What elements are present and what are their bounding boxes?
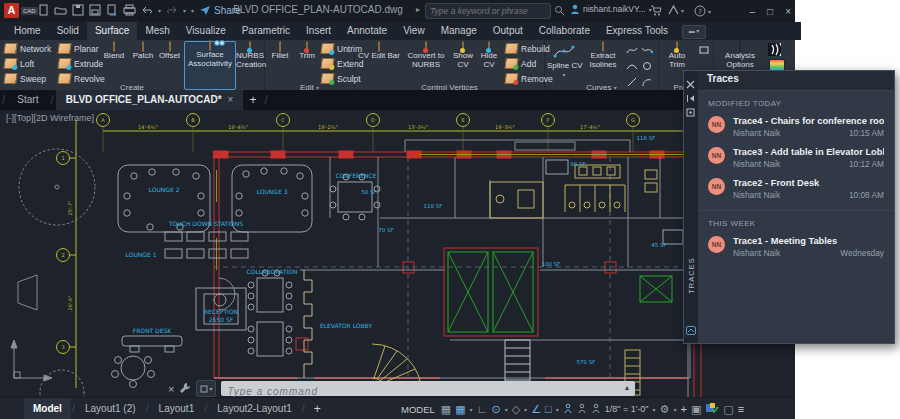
trace-item[interactable]: NN Trace4 - Chairs for conference room N… [698, 111, 894, 142]
curve-circle-icon[interactable] [640, 60, 653, 72]
annotation-scale-icon[interactable] [591, 403, 601, 416]
autodesk-menu[interactable]: ▾ [668, 5, 684, 15]
tab-insert[interactable]: Insert [298, 22, 339, 40]
loft-button[interactable]: Loft [4, 58, 34, 69]
autocad-logo[interactable]: A CAD [4, 3, 38, 18]
tab-surface[interactable]: Surface [87, 22, 137, 40]
start-tab[interactable]: Start [7, 90, 48, 110]
extrude-button[interactable]: Extrude [58, 58, 103, 69]
cart-icon[interactable] [650, 5, 662, 18]
tab-manage[interactable]: Manage [433, 22, 485, 40]
palette-title[interactable]: Traces [698, 71, 894, 91]
tab-visualize[interactable]: Visualize [178, 22, 234, 40]
tab-collaborate[interactable]: Collaborate [531, 22, 598, 40]
trace-item[interactable]: NN Trace3 - Add table in Elevator Lobby … [698, 142, 894, 173]
osnap-caret-icon[interactable]: ▾ [556, 406, 559, 413]
auto-trim-button[interactable]: AutoTrim [661, 43, 693, 70]
grid-display-icon[interactable]: ▦ [441, 403, 451, 416]
layout1-2-tab[interactable]: Layout1 (2) [76, 398, 145, 419]
autoscale-icon[interactable] [577, 403, 587, 416]
zebra-analysis-icon[interactable] [768, 43, 781, 55]
model-tab[interactable]: Model [24, 398, 71, 419]
isometric-drafting-icon[interactable]: ◇ [512, 403, 520, 416]
snap-mode-icon[interactable]: ▦ [455, 403, 465, 416]
close-button[interactable]: × [785, 6, 791, 17]
new-drawing-tab-button[interactable]: + [243, 90, 262, 110]
customization-gear-icon[interactable]: ⚙ [660, 403, 670, 416]
tab-view[interactable]: View [395, 22, 433, 40]
transfer-icon[interactable] [106, 4, 118, 16]
network-button[interactable]: Network [4, 43, 51, 54]
undo-icon[interactable] [141, 5, 153, 16]
redo-icon[interactable] [166, 5, 178, 16]
save-as-icon[interactable] [89, 4, 101, 16]
plot-icon[interactable] [123, 4, 136, 16]
search-box[interactable] [425, 3, 551, 19]
tab-solid[interactable]: Solid [49, 22, 87, 40]
layout1-tab[interactable]: Layout1 [150, 398, 204, 419]
ortho-mode-icon[interactable]: ∟ [477, 403, 488, 415]
tab-parametric[interactable]: Parametric [234, 22, 298, 40]
blend-button[interactable]: Blend [100, 43, 128, 61]
undo-caret-icon[interactable]: ▾ [158, 7, 161, 14]
gear-caret-icon[interactable]: ▾ [673, 406, 676, 413]
clean-screen-icon[interactable]: ▢ [723, 403, 733, 416]
project-view-icon[interactable] [697, 44, 710, 56]
command-input[interactable] [221, 384, 614, 399]
tab-express-tools[interactable]: Express Tools [598, 22, 676, 40]
tab-annotate[interactable]: Annotate [339, 22, 395, 40]
add-status-icon[interactable]: + [680, 403, 686, 415]
add-button[interactable]: Add [505, 58, 536, 69]
tab-mesh[interactable]: Mesh [137, 22, 177, 40]
minimize-button[interactable]: – [750, 6, 756, 17]
hide-cv-button[interactable]: HideCV [477, 43, 501, 70]
ribbon-display-toggle[interactable]: ▬ ▾ [682, 25, 706, 39]
convert-to-nurbs-button[interactable]: Convert toNURBS [403, 43, 449, 70]
curve-offset-icon[interactable] [625, 60, 638, 72]
offset-button[interactable]: Offset [156, 43, 183, 61]
new-file-icon[interactable] [38, 4, 49, 16]
new-layout-button[interactable]: + [306, 398, 329, 419]
palette-tab-label[interactable]: TRACES [687, 252, 696, 300]
model-space-toggle[interactable]: MODEL [401, 404, 435, 415]
nurbs-creation-button[interactable]: NURBSCreation [236, 43, 263, 70]
snap-caret-icon[interactable]: ▾ [470, 406, 473, 413]
spline-cv-button[interactable]: Spline CV▾ [547, 43, 581, 80]
command-history-icon[interactable]: ▲ [624, 384, 631, 391]
viewport-controls[interactable]: [-][Top][2D Wireframe] [6, 113, 94, 123]
open-folder-icon[interactable] [54, 4, 67, 16]
command-customize-icon[interactable] [179, 380, 191, 398]
trace-item[interactable]: NN Trace1 - Meeting Tables Nishant NaikW… [698, 231, 894, 262]
help-menu[interactable]: ? ▾ [694, 5, 711, 17]
show-cv-button[interactable]: ShowCV [451, 43, 475, 70]
analysis-options-button[interactable]: AnalysisOptions [718, 43, 762, 70]
curve-fit-icon[interactable] [625, 44, 638, 56]
drawing-canvas[interactable]: [-][Top][2D Wireframe] A B C D E F G 14'… [0, 110, 795, 397]
traces-palette-icon[interactable] [686, 321, 696, 339]
planar-button[interactable]: Planar [58, 43, 99, 54]
save-icon[interactable] [72, 4, 84, 16]
palette-properties-icon[interactable] [686, 103, 695, 121]
cv-edit-bar-button[interactable]: CV Edit Bar [357, 43, 401, 61]
qat-customize-caret-icon[interactable]: ▾ [191, 7, 194, 14]
scale-caret-icon[interactable]: ▾ [653, 406, 656, 413]
object-snap-tracking-icon[interactable]: ∠ [531, 403, 541, 416]
polar-tracking-icon[interactable]: ⊙ [491, 403, 500, 416]
tab-home[interactable]: Home [6, 22, 49, 40]
status-menu-icon[interactable]: ≡ [738, 403, 744, 415]
rebuild-button[interactable]: Rebuild [505, 43, 550, 54]
redo-caret-icon[interactable]: ▾ [183, 7, 186, 14]
fillet-button[interactable]: Fillet [267, 43, 293, 61]
trace-item[interactable]: NN Trace2 - Front Desk Nishant Naik10:08… [698, 173, 894, 204]
command-input-box[interactable]: ▲ [221, 381, 635, 396]
isolate-objects-icon[interactable]: ▣ [691, 403, 701, 416]
object-snap-icon[interactable]: □ [545, 403, 552, 415]
tab-output[interactable]: Output [485, 22, 531, 40]
command-close-icon[interactable]: × [168, 383, 174, 395]
layout2-layout1-tab[interactable]: Layout2-Layout1 [208, 398, 301, 419]
trim-button[interactable]: Trim [295, 43, 319, 61]
search-icon[interactable] [554, 5, 565, 18]
extract-isolines-button[interactable]: ExtractIsolines [585, 43, 621, 70]
drawing-tab-close-icon[interactable]: × [228, 94, 234, 105]
maximize-button[interactable]: □ [767, 6, 773, 17]
